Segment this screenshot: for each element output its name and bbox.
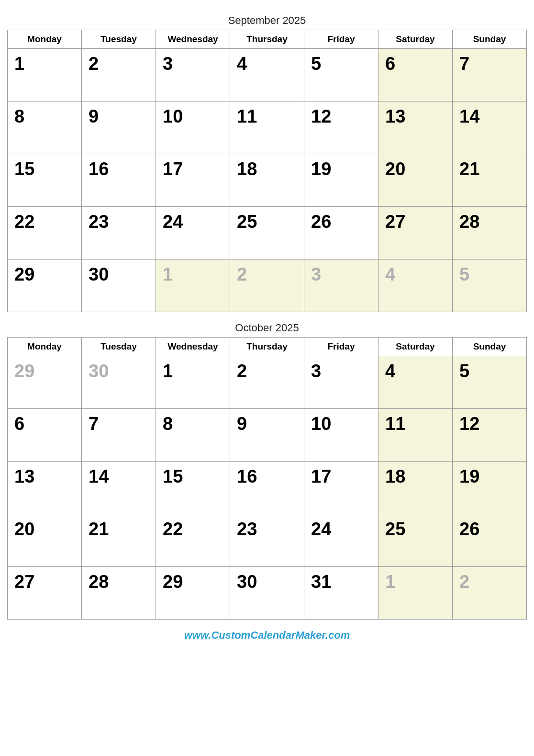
calendar-day-cell[interactable]: 27 [8,567,82,620]
calendar-day-cell[interactable]: 25 [230,207,304,260]
calendar-day-cell[interactable]: 19 [304,154,378,207]
calendar-day-cell[interactable]: 20 [8,514,82,567]
calendar-day-cell[interactable]: 4 [230,49,304,102]
calendar-day-cell[interactable]: 11 [230,102,304,154]
calendar-day-cell[interactable]: 29 [8,260,82,312]
calendar-day-cell[interactable]: 2 [230,260,304,312]
calendar-day-cell[interactable]: 13 [378,102,453,154]
calendar-day-cell[interactable]: 21 [82,514,156,567]
calendar-day-cell[interactable]: 1 [8,49,82,102]
calendar-table-1: MondayTuesdayWednesdayThursdayFridaySatu… [7,337,527,620]
calendar-day-cell[interactable]: 1 [156,356,230,409]
calendar-day-cell[interactable]: 27 [378,207,453,260]
calendar-day-cell[interactable]: 7 [453,49,527,102]
calendar-day-cell[interactable]: 11 [378,409,453,462]
calendar-day-cell[interactable]: 26 [453,514,527,567]
header-saturday: Saturday [378,338,453,356]
calendar-day-cell[interactable]: 17 [304,462,378,514]
calendar-day-cell[interactable]: 22 [8,207,82,260]
calendar-day-cell[interactable]: 19 [453,462,527,514]
calendar-day-cell[interactable]: 23 [230,514,304,567]
calendar-day-cell[interactable]: 15 [156,462,230,514]
calendar-day-cell[interactable]: 10 [156,102,230,154]
calendar-day-cell[interactable]: 29 [8,356,82,409]
calendar-day-cell[interactable]: 3 [304,356,378,409]
calendar-day-cell[interactable]: 18 [230,154,304,207]
calendar-day-cell[interactable]: 2 [230,356,304,409]
calendar-day-cell[interactable]: 30 [82,356,156,409]
calendar-day-cell[interactable]: 5 [304,49,378,102]
header-sunday: Sunday [453,338,527,356]
calendar-day-cell[interactable]: 25 [378,514,453,567]
calendar-day-cell[interactable]: 3 [304,260,378,312]
calendar-day-cell[interactable]: 8 [8,102,82,154]
calendar-day-cell[interactable]: 17 [156,154,230,207]
calendar-day-cell[interactable]: 21 [453,154,527,207]
calendar-day-cell[interactable]: 7 [82,409,156,462]
header-sunday: Sunday [453,30,527,49]
calendar-day-cell[interactable]: 14 [453,102,527,154]
calendar-day-cell[interactable]: 9 [230,409,304,462]
calendar-day-cell[interactable]: 15 [8,154,82,207]
calendar-day-cell[interactable]: 31 [304,567,378,620]
header-thursday: Thursday [230,338,304,356]
calendar-day-cell[interactable]: 23 [82,207,156,260]
calendar-container: September 2025MondayTuesdayWednesdayThur… [7,14,527,620]
month-title-1: October 2025 [7,322,527,334]
calendar-day-cell[interactable]: 4 [378,356,453,409]
header-thursday: Thursday [230,30,304,49]
calendar-day-cell[interactable]: 26 [304,207,378,260]
calendar-day-cell[interactable]: 28 [82,567,156,620]
calendar-day-cell[interactable]: 12 [453,409,527,462]
calendar-day-cell[interactable]: 16 [230,462,304,514]
calendar-day-cell[interactable]: 18 [378,462,453,514]
calendar-day-cell[interactable]: 2 [453,567,527,620]
calendar-day-cell[interactable]: 12 [304,102,378,154]
header-wednesday: Wednesday [156,30,230,49]
calendar-day-cell[interactable]: 1 [156,260,230,312]
month-title-0: September 2025 [7,14,527,27]
header-monday: Monday [8,30,82,49]
calendar-day-cell[interactable]: 24 [304,514,378,567]
calendar-table-0: MondayTuesdayWednesdayThursdayFridaySatu… [7,30,527,312]
footer-link[interactable]: www.CustomCalendarMaker.com [7,629,527,642]
calendar-day-cell[interactable]: 10 [304,409,378,462]
calendar-day-cell[interactable]: 5 [453,356,527,409]
calendar-day-cell[interactable]: 2 [82,49,156,102]
calendar-day-cell[interactable]: 24 [156,207,230,260]
header-friday: Friday [304,30,378,49]
calendar-day-cell[interactable]: 3 [156,49,230,102]
calendar-day-cell[interactable]: 20 [378,154,453,207]
calendar-day-cell[interactable]: 4 [378,260,453,312]
calendar-day-cell[interactable]: 22 [156,514,230,567]
calendar-day-cell[interactable]: 6 [8,409,82,462]
calendar-day-cell[interactable]: 9 [82,102,156,154]
calendar-day-cell[interactable]: 28 [453,207,527,260]
calendar-day-cell[interactable]: 30 [230,567,304,620]
calendar-day-cell[interactable]: 6 [378,49,453,102]
calendar-day-cell[interactable]: 30 [82,260,156,312]
calendar-day-cell[interactable]: 14 [82,462,156,514]
header-saturday: Saturday [378,30,453,49]
calendar-day-cell[interactable]: 1 [378,567,453,620]
calendar-day-cell[interactable]: 29 [156,567,230,620]
calendar-day-cell[interactable]: 13 [8,462,82,514]
header-tuesday: Tuesday [82,30,156,49]
header-monday: Monday [8,338,82,356]
header-tuesday: Tuesday [82,338,156,356]
header-friday: Friday [304,338,378,356]
header-wednesday: Wednesday [156,338,230,356]
calendar-day-cell[interactable]: 8 [156,409,230,462]
calendar-day-cell[interactable]: 5 [453,260,527,312]
calendar-day-cell[interactable]: 16 [82,154,156,207]
